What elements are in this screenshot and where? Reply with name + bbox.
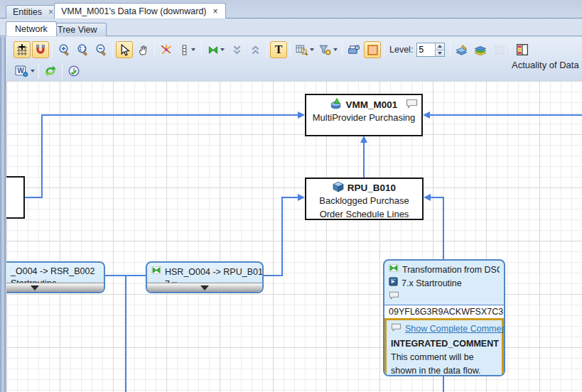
transformation-bowtie-icon (389, 263, 399, 277)
select-arrow-icon-button[interactable] (116, 41, 133, 58)
pan-hand-icon-button[interactable] (134, 41, 151, 58)
toolbar-separator (510, 42, 511, 58)
highlight-comment-icon (367, 44, 379, 56)
level-control: Level: (389, 43, 445, 57)
toolbar-row-1: TLevel: (13, 40, 532, 60)
toolbar-separator (342, 42, 343, 58)
transformation-version: 7.x Startroutine (402, 277, 462, 290)
zoom-out-icon-button[interactable] (92, 41, 109, 58)
tab-network[interactable]: Network (6, 21, 57, 36)
comment-bubble-icon[interactable] (389, 290, 399, 304)
column-layout-icon (179, 44, 190, 56)
transformation-node-rsr-b002[interactable]: _O004 -> RSR_B002 Startroutine (6, 261, 105, 293)
level-up-button[interactable] (435, 43, 444, 50)
node-title: RPU_B010 (347, 183, 396, 193)
transformation-label: HSR_O004 -> RPU_B010 (165, 266, 264, 278)
transformation-label: Transformation from DSO HP... (402, 263, 500, 277)
view-tabstrip: Network Tree View (0, 19, 582, 36)
magnet-icon-button[interactable] (32, 41, 49, 58)
tab-vmm-data-flow[interactable]: VMM_M001's Data Flow (downward) × (54, 3, 226, 18)
actuality-label: Actuality of Data Flo (512, 60, 582, 70)
text-display-icon-button[interactable]: T (270, 41, 287, 58)
word-export-icon: W (15, 65, 29, 77)
transformation-label: _O004 -> RSR_B002 (11, 266, 99, 278)
toolbar-separator (154, 42, 155, 58)
zoom-in-icon-button[interactable] (55, 41, 72, 58)
tab-entities[interactable]: Entities × (6, 5, 61, 18)
zoom-in-icon (58, 43, 71, 57)
toolbar-separator (266, 42, 267, 58)
transformation-node-hsr-o004-rpu-b010[interactable]: HSR_O004 -> RPU_B010 7.x (146, 261, 264, 293)
level-down-button[interactable] (435, 50, 444, 57)
dso-node-rpu-b010[interactable]: RPU_B010 Backlogged Purchase Order Sched… (305, 178, 424, 220)
word-export-icon-button[interactable]: W (14, 62, 36, 80)
node-subtitle: Backlogged Purchase Order Schedule Lines (306, 195, 422, 222)
auto-layout-icon (160, 43, 173, 56)
chevron-down-icon[interactable] (333, 48, 338, 51)
editor-tabstrip: Entities × VMM_M001's Data Flow (downwar… (0, 0, 582, 18)
zoom-fit-icon-button[interactable] (74, 41, 91, 58)
chevron-down-icon[interactable] (31, 70, 35, 72)
search-table-icon-button[interactable] (293, 41, 316, 58)
toolbar: TLevel: W Actuality of Data Flo (6, 37, 582, 81)
layers-color-icon-button[interactable] (472, 41, 489, 58)
tab-tree-view-label: Tree View (58, 25, 97, 35)
level-label: Level: (389, 45, 413, 55)
comment-bubble-icon[interactable] (406, 99, 418, 111)
expand-handle[interactable] (147, 283, 262, 292)
level-spinner[interactable] (416, 43, 445, 57)
toolbar-separator (52, 42, 53, 58)
time-check-icon-button[interactable] (65, 62, 82, 80)
layers-edit-icon (455, 44, 469, 56)
show-complete-commenting-link[interactable]: Show Complete Commenting (405, 322, 505, 336)
data-flow-window: Entities × VMM_M001's Data Flow (downwar… (0, 0, 582, 392)
toolbar-separator (384, 42, 384, 58)
expand-all-icon-button[interactable] (247, 41, 264, 58)
layers-edit-icon-button[interactable] (453, 41, 470, 58)
chevron-down-icon[interactable] (191, 48, 195, 51)
close-icon[interactable]: × (48, 8, 54, 16)
toolbar-row-2: W (13, 61, 83, 81)
column-layout-icon-button[interactable] (176, 41, 198, 58)
level-input[interactable] (419, 43, 436, 56)
chevron-down-icon[interactable] (310, 48, 314, 51)
select-arrow-icon (119, 44, 131, 56)
comment-bubble-icon (391, 322, 402, 336)
tab-vmm-label: VMM_M001's Data Flow (downward) (61, 6, 207, 16)
grid-snap-icon-button[interactable] (14, 41, 31, 58)
transformation-icon-button[interactable] (205, 41, 227, 58)
highlight-comment-icon-button[interactable] (364, 41, 381, 58)
transformation-node-from-dso[interactable]: Transformation from DSO HP... 7.x Startr… (383, 259, 505, 376)
pan-hand-icon (137, 44, 149, 56)
generate-icon-button[interactable] (345, 41, 362, 58)
auto-layout-icon-button[interactable] (158, 41, 175, 58)
zoom-fit-icon (76, 43, 90, 57)
datastore-cube-icon (333, 181, 344, 195)
expand-down-icon (31, 285, 39, 290)
expand-handle[interactable] (6, 283, 104, 292)
close-icon[interactable]: × (212, 7, 219, 16)
grid-snap-icon (16, 43, 28, 56)
filter-settings-icon-button[interactable] (317, 41, 339, 58)
expand-all-icon (249, 44, 262, 56)
diagram-canvas[interactable]: VMM_M001 MultiProvider Purchasing RPU_B0… (6, 81, 582, 392)
collapse-all-icon-button[interactable] (228, 41, 245, 58)
clipped-provider-node[interactable] (6, 176, 25, 219)
expand-down-icon (200, 285, 209, 290)
node-title: VMM_M001 (346, 99, 398, 110)
magnet-icon (34, 43, 47, 56)
tab-entities-label: Entities (13, 7, 42, 17)
chevron-down-icon[interactable] (220, 48, 225, 51)
layers-color-icon (473, 44, 487, 56)
collapse-all-icon (231, 44, 243, 56)
toolbar-separator (201, 42, 202, 58)
legend-table-icon-button[interactable] (514, 41, 531, 58)
time-check-icon (68, 65, 80, 77)
multiprovider-node-vmm-m001[interactable]: VMM_M001 MultiProvider Purchasing (305, 94, 423, 136)
refresh-icon-button[interactable] (42, 62, 59, 80)
tab-tree-view[interactable]: Tree View (48, 23, 107, 36)
comment-body: This comment will be shown in the data f… (391, 351, 497, 376)
canvas-left-edge (0, 37, 6, 392)
startroutine-icon (389, 277, 398, 290)
dots-grid-icon-button[interactable] (490, 41, 507, 58)
